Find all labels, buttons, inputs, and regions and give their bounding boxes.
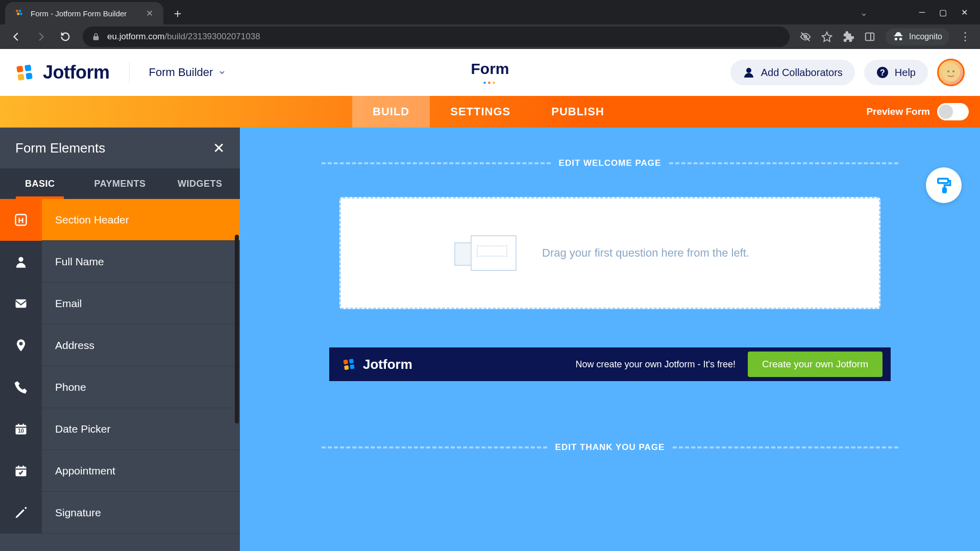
- svg-rect-3: [20, 13, 22, 15]
- person-icon: [0, 241, 42, 283]
- form-title: Form: [471, 60, 509, 78]
- welcome-separator[interactable]: EDIT WELCOME PAGE: [322, 158, 898, 168]
- element-item-date-picker[interactable]: 10Date Picker: [0, 408, 240, 450]
- lock-icon: [92, 33, 100, 41]
- builder-dropdown[interactable]: Form Builder: [149, 66, 227, 79]
- logo-icon: [15, 62, 36, 83]
- tab-build[interactable]: BUILD: [352, 96, 430, 128]
- mail-icon: [0, 283, 42, 324]
- tab-title: Form - Jotform Form Builder: [31, 9, 140, 18]
- element-item-email[interactable]: Email: [0, 283, 240, 324]
- element-item-label: Date Picker: [42, 423, 111, 435]
- star-icon[interactable]: [821, 31, 832, 42]
- svg-rect-0: [16, 10, 18, 12]
- element-item-address[interactable]: Address: [0, 324, 240, 366]
- element-item-signature[interactable]: Signature: [0, 492, 240, 534]
- svg-rect-24: [344, 360, 348, 364]
- thankyou-label: EDIT THANK YOU PAGE: [555, 442, 665, 453]
- dropzone-text: Drag your first question here from the l…: [542, 246, 749, 260]
- svg-rect-28: [938, 179, 948, 183]
- logo-icon: [342, 357, 357, 371]
- user-avatar[interactable]: [937, 59, 965, 86]
- welcome-label: EDIT WELCOME PAGE: [559, 158, 662, 168]
- nav-back-button[interactable]: [9, 30, 23, 44]
- panel-close-button[interactable]: ✕: [213, 140, 225, 157]
- elements-tab-payments[interactable]: PAYMENTS: [80, 168, 160, 199]
- browser-tab[interactable]: Form - Jotform Form Builder ✕: [5, 2, 163, 24]
- svg-rect-6: [16, 66, 23, 73]
- preview-label: Preview Form: [866, 106, 930, 117]
- url-input[interactable]: eu.jotform.com/build/231393002071038: [83, 27, 790, 47]
- elements-tab-widgets[interactable]: WIDGETS: [160, 168, 240, 199]
- incognito-badge[interactable]: Incognito: [886, 28, 949, 45]
- svg-rect-29: [943, 188, 946, 193]
- element-item-label: Address: [42, 339, 94, 352]
- user-plus-icon: [743, 66, 755, 79]
- tab-close-icon[interactable]: ✕: [146, 8, 153, 19]
- tab-search-icon[interactable]: ⌄: [860, 7, 868, 18]
- tab-settings[interactable]: SETTINGS: [430, 96, 531, 128]
- svg-rect-5: [866, 33, 874, 41]
- browser-tab-strip: Form - Jotform Form Builder ✕ ＋ ⌄ ─ ▢ ✕: [0, 0, 980, 24]
- form-title-block[interactable]: Form ●●●: [471, 60, 509, 85]
- form-designer-button[interactable]: [926, 167, 962, 203]
- dropzone[interactable]: Drag your first question here from the l…: [339, 197, 880, 309]
- addrbar-actions: Incognito ⋮: [800, 28, 971, 45]
- svg-text:?: ?: [880, 68, 885, 77]
- scrollbar[interactable]: [235, 235, 239, 423]
- phone-icon: [0, 366, 42, 408]
- svg-rect-23: [16, 466, 27, 476]
- svg-rect-25: [349, 359, 354, 363]
- sidepanel-icon[interactable]: [864, 31, 875, 42]
- elements-tab-basic[interactable]: BASIC: [0, 168, 80, 199]
- url-path: /build/231393002071038: [164, 32, 260, 41]
- add-collaborators-button[interactable]: Add Collaborators: [730, 60, 855, 85]
- svg-rect-1: [19, 10, 21, 12]
- window-controls: ─ ▢ ✕: [907, 0, 980, 24]
- H-icon: H: [0, 199, 42, 241]
- element-item-appointment[interactable]: Appointment: [0, 450, 240, 492]
- svg-rect-9: [26, 72, 33, 80]
- main-tabbar: BUILD SETTINGS PUBLISH Preview Form: [0, 96, 980, 128]
- element-item-label: Phone: [42, 381, 86, 393]
- element-item-phone[interactable]: Phone: [0, 366, 240, 408]
- element-item-section-header[interactable]: HSection Header: [0, 199, 240, 241]
- eye-off-icon[interactable]: [800, 31, 811, 42]
- avatar-icon: [942, 63, 960, 82]
- window-minimize-icon[interactable]: ─: [919, 8, 925, 17]
- svg-rect-26: [344, 365, 349, 370]
- element-item-label: Appointment: [42, 465, 115, 477]
- promo-logo: Jotform: [337, 357, 412, 372]
- svg-point-14: [947, 70, 949, 72]
- favicon-icon: [15, 9, 24, 18]
- svg-rect-8: [17, 74, 24, 81]
- element-item-label: Full Name: [42, 256, 104, 268]
- element-item-full-name[interactable]: Full Name: [0, 241, 240, 283]
- promo-logo-text: Jotform: [363, 357, 412, 372]
- svg-point-20: [19, 342, 23, 345]
- new-tab-button[interactable]: ＋: [168, 4, 187, 22]
- check-cal-icon: [0, 450, 42, 492]
- nav-reload-button[interactable]: [58, 30, 72, 44]
- tab-publish[interactable]: PUBLISH: [531, 96, 625, 128]
- divider: [129, 62, 130, 83]
- svg-point-18: [18, 257, 23, 261]
- window-close-icon[interactable]: ✕: [961, 8, 968, 17]
- help-button[interactable]: ? Help: [864, 60, 928, 85]
- window-maximize-icon[interactable]: ▢: [939, 8, 947, 17]
- preview-toggle[interactable]: [937, 103, 969, 120]
- browser-menu-icon[interactable]: ⋮: [960, 30, 971, 43]
- panel-title: Form Elements: [15, 140, 105, 156]
- element-item-label: Section Header: [42, 214, 129, 226]
- svg-point-13: [942, 63, 960, 82]
- incognito-label: Incognito: [909, 32, 942, 41]
- paint-roller-icon: [935, 177, 952, 194]
- collab-label: Add Collaborators: [761, 67, 843, 79]
- nav-forward-button: [34, 30, 48, 44]
- svg-text:10: 10: [18, 428, 24, 434]
- logo[interactable]: Jotform: [15, 62, 110, 83]
- extensions-icon[interactable]: [843, 31, 854, 42]
- promo-cta-button[interactable]: Create your own Jotform: [748, 352, 883, 377]
- help-icon: ?: [876, 66, 889, 79]
- thankyou-separator[interactable]: EDIT THANK YOU PAGE: [322, 442, 898, 453]
